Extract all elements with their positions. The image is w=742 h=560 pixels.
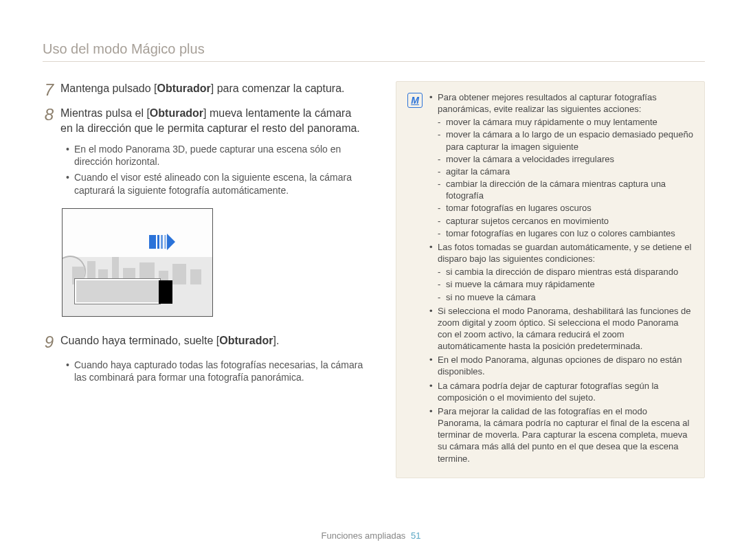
step-8: 8 Mientras pulsa el [Obturador] mueva le… xyxy=(43,106,366,135)
dash-item: mover la cámara a velocidades irregulare… xyxy=(438,153,693,165)
step-text: Cuando haya terminado, suelte [Obturador… xyxy=(60,333,366,351)
next-frame-marker xyxy=(159,280,172,304)
step-8-bullets: En el modo Panorama 3D, puede capturar u… xyxy=(66,143,366,198)
step-number: 7 xyxy=(43,81,54,99)
step-9: 9 Cuando haya terminado, suelte [Obturad… xyxy=(43,333,366,351)
text: Mantenga pulsado [ xyxy=(60,82,157,94)
text: ]. xyxy=(273,335,279,346)
dash-item: tomar fotografías en lugares con luz o c… xyxy=(438,227,693,239)
text: Las fotos tomadas se guardan automáticam… xyxy=(438,242,691,264)
dash-item: mover la cámara a lo largo de un espacio… xyxy=(438,128,693,152)
step-number: 9 xyxy=(43,333,54,351)
text: ] para comenzar la captura. xyxy=(211,82,345,94)
note-list: Para obtener mejores resultados al captu… xyxy=(429,91,693,467)
dash-list: mover la cámara muy rápidamente o muy le… xyxy=(438,116,693,239)
text: Para obtener mejores resultados al captu… xyxy=(438,92,657,114)
step-number: 8 xyxy=(43,106,54,135)
dash-item: mover la cámara muy rápidamente o muy le… xyxy=(438,116,693,128)
note-item: Para obtener mejores resultados al captu… xyxy=(429,91,693,239)
divider xyxy=(43,61,705,62)
captured-strip xyxy=(75,279,160,304)
note-item: En el modo Panorama, algunas opciones de… xyxy=(429,354,693,377)
text: Cuando haya terminado, suelte [ xyxy=(60,335,219,346)
key-label: Obturador xyxy=(150,107,203,119)
note-icon: M xyxy=(407,93,423,108)
right-column: M Para obtener mejores resultados al cap… xyxy=(396,81,705,478)
note-box: M Para obtener mejores resultados al cap… xyxy=(396,81,705,478)
dash-list: si cambia la dirección de disparo mientr… xyxy=(438,266,693,302)
key-label: Obturador xyxy=(157,82,211,94)
page-number: 51 xyxy=(411,530,420,541)
step-7: 7 Mantenga pulsado [Obturador] para come… xyxy=(43,81,366,99)
text: Mientras pulsa el [ xyxy=(60,107,150,119)
dash-item: agitar la cámara xyxy=(438,166,693,177)
panorama-illustration xyxy=(62,208,213,317)
note-item: Si selecciona el modo Panorama, deshabil… xyxy=(429,305,693,352)
step-text: Mientras pulsa el [Obturador] mueva lent… xyxy=(60,106,366,135)
key-label: Obturador xyxy=(219,335,273,346)
note-item: La cámara podría dejar de capturar fotog… xyxy=(429,380,693,403)
dash-item: si no mueve la cámara xyxy=(438,291,693,303)
step-9-bullets: Cuando haya capturado todas las fotograf… xyxy=(66,359,366,385)
note-item: Las fotos tomadas se guardan automáticam… xyxy=(429,241,693,303)
arrow-right-icon xyxy=(149,234,175,250)
dash-item: tomar fotografías en lugares oscuros xyxy=(438,202,693,214)
page-footer: Funciones ampliadas 51 xyxy=(0,530,742,541)
section-title: Uso del modo Mágico plus xyxy=(43,41,705,57)
list-item: Cuando el visor esté alineado con la sig… xyxy=(66,171,366,197)
dash-item: cambiar la dirección de la cámara mientr… xyxy=(438,178,693,201)
step-text: Mantenga pulsado [Obturador] para comenz… xyxy=(60,81,366,99)
list-item: En el modo Panorama 3D, puede capturar u… xyxy=(66,143,366,169)
list-item: Cuando haya capturado todas las fotograf… xyxy=(66,359,366,385)
left-column: 7 Mantenga pulsado [Obturador] para come… xyxy=(43,81,366,395)
dash-item: si mueve la cámara muy rápidamente xyxy=(438,278,693,290)
dash-item: capturar sujetos cercanos en movimiento xyxy=(438,215,693,227)
note-item: Para mejorar la calidad de las fotografí… xyxy=(429,405,693,464)
dash-item: si cambia la dirección de disparo mientr… xyxy=(438,266,693,278)
footer-label: Funciones ampliadas xyxy=(322,530,406,541)
